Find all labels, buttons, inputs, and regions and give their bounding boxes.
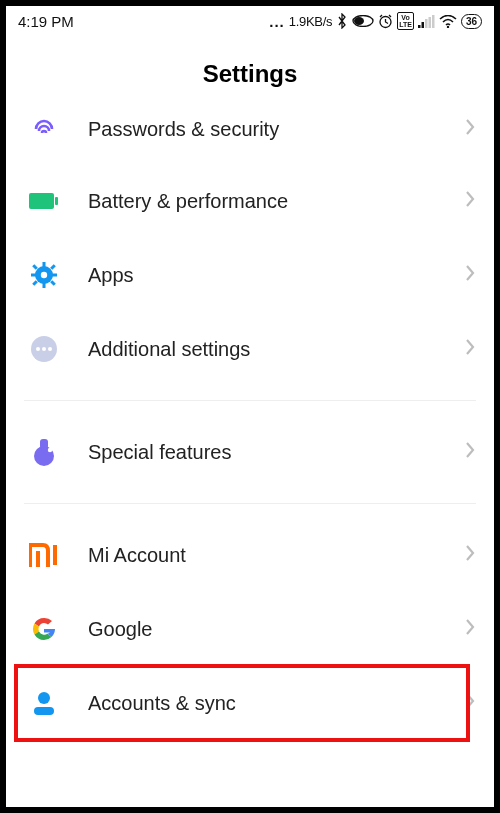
svg-point-22 [36,347,40,351]
svg-rect-13 [43,262,46,267]
svg-point-8 [447,25,449,27]
status-battery: 36 [461,14,482,29]
mi-logo-icon [24,543,64,567]
chevron-right-icon [464,189,476,213]
svg-rect-4 [421,22,424,28]
status-icons: ... 1.9KB/s VoLTE 36 [269,12,482,30]
svg-rect-9 [29,193,54,209]
svg-point-28 [38,692,50,704]
row-label: Accounts & sync [88,692,464,715]
svg-rect-29 [34,707,54,715]
chevron-right-icon [464,543,476,567]
apps-gear-icon [24,261,64,289]
svg-rect-14 [43,283,46,288]
row-battery-performance[interactable]: Battery & performance [6,164,494,238]
row-additional-settings[interactable]: Additional settings [6,312,494,386]
alarm-icon [378,14,393,29]
lab-flask-icon [24,437,64,467]
battery-icon [24,192,64,210]
svg-point-24 [48,347,52,351]
svg-rect-18 [50,280,56,286]
status-time: 4:19 PM [18,13,74,30]
chevron-right-icon [464,691,476,715]
svg-rect-16 [52,274,57,277]
svg-rect-6 [428,17,431,28]
row-apps[interactable]: Apps [6,238,494,312]
row-mi-account[interactable]: Mi Account [6,518,494,592]
svg-point-1 [354,17,364,25]
svg-rect-5 [425,19,428,28]
more-dots-icon [24,335,64,363]
chevron-right-icon [464,263,476,287]
svg-point-12 [41,272,47,278]
row-google[interactable]: Google [6,592,494,666]
row-label: Battery & performance [88,190,464,213]
battery-saver-icon [352,15,374,27]
row-label: Passwords & security [88,118,464,141]
chevron-right-icon [464,440,476,464]
chevron-right-icon [464,337,476,361]
svg-rect-19 [50,264,56,270]
section-divider [24,400,476,401]
section-divider [24,503,476,504]
google-logo-icon [24,615,64,643]
row-label: Special features [88,441,464,464]
bluetooth-icon [336,13,348,29]
device-frame: 4:19 PM ... 1.9KB/s VoLTE 36 Settings Pa… [0,0,500,813]
svg-point-27 [48,448,52,452]
svg-rect-3 [418,25,421,28]
chevron-right-icon [464,117,476,141]
signal-icon [418,15,435,28]
row-label: Apps [88,264,464,287]
row-label: Google [88,618,464,641]
svg-rect-10 [55,197,58,205]
status-net-speed: 1.9KB/s [289,14,332,29]
person-icon [24,689,64,717]
svg-point-23 [42,347,46,351]
status-bar: 4:19 PM ... 1.9KB/s VoLTE 36 [6,6,494,36]
svg-rect-20 [32,280,38,286]
row-label: Additional settings [88,338,464,361]
page-title: Settings [6,36,494,106]
chevron-right-icon [464,617,476,641]
settings-list: Passwords & security Battery & performan… [6,106,494,740]
svg-rect-7 [432,15,435,28]
row-passwords-security[interactable]: Passwords & security [6,106,494,164]
wifi-icon [439,15,457,28]
svg-rect-15 [31,274,36,277]
svg-rect-26 [40,439,48,449]
row-accounts-sync[interactable]: Accounts & sync [6,666,494,740]
status-dots: ... [269,13,285,30]
svg-rect-17 [32,264,38,270]
row-label: Mi Account [88,544,464,567]
volte-icon: VoLTE [397,12,414,30]
row-special-features[interactable]: Special features [6,415,494,489]
fingerprint-icon [24,115,64,143]
